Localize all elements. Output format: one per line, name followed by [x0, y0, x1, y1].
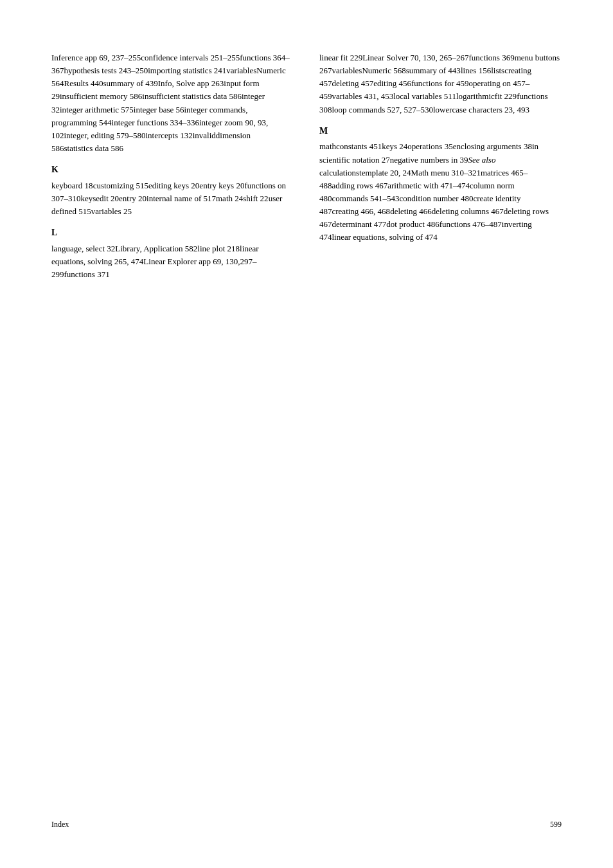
index-main-term: loop commands 527, 527–530 — [332, 105, 433, 114]
index-main-term: integer base 56 — [134, 105, 184, 114]
index-sub-term: internal name of 517 — [147, 194, 216, 203]
index-sub-sub-term: enclosing arguments 38 — [453, 141, 532, 151]
index-sub-term: editing 456 — [373, 78, 411, 88]
index-sub-term: statistics data 586 — [64, 143, 123, 153]
index-main-term: integer arithmetic 575 — [60, 105, 134, 114]
index-main-term: Library, Application 582 — [115, 244, 197, 253]
right-column: linear fit 229Linear Solver 70, 130, 265… — [319, 51, 562, 804]
index-main-term: lists — [491, 66, 504, 75]
index-main-term: Inference app 69, 237–255 — [51, 53, 141, 62]
index-main-term: math — [319, 141, 336, 151]
index-main-term: insufficient statistics data 586 — [142, 91, 242, 101]
index-main-term: insufficient memory 586 — [60, 91, 142, 101]
index-sub-term: variables 25 — [91, 206, 132, 216]
index-sub-term: template 20, 24 — [359, 168, 411, 177]
left-column: Inference app 69, 237–255confidence inte… — [51, 51, 294, 804]
index-main-term: invalid — [193, 131, 216, 140]
index-main-term: linear fit 229 — [319, 53, 362, 62]
index-sub-term: determinant 477 — [332, 219, 387, 229]
footer-left: Index — [51, 820, 69, 829]
index-sub-term: arithmetic with 471–474 — [387, 181, 470, 190]
index-sub-term: functions 369 — [469, 53, 515, 62]
index-main-term: keys — [81, 194, 96, 203]
index-sub-sub-term: Numeric 568 — [362, 66, 405, 75]
index-main-term: lines 156 — [461, 66, 491, 75]
content-area: Inference app 69, 237–255confidence inte… — [51, 51, 562, 804]
index-main-term: logarithmic — [456, 91, 495, 101]
index-sub-sub-term: summary of 443 — [406, 66, 461, 75]
index-sub-term: functions 371 — [64, 269, 110, 279]
index-sub-sub-term: summary of 439 — [103, 78, 158, 88]
index-sub-term: creating 466, 468 — [332, 206, 391, 216]
index-main-term: integer functions 334–336 — [112, 118, 199, 127]
index-sub-term: deleting 466 — [390, 206, 432, 216]
index-sub-term: functions 476–487 — [440, 219, 502, 229]
index-main-term: Linear Explorer app 69, 130, — [143, 257, 240, 266]
index-main-term: line plot 218 — [197, 244, 240, 253]
index-sub-term: dot product 486 — [386, 219, 439, 229]
index-sub-term: deleting columns 467 — [432, 206, 504, 216]
index-sub-sub-term: negative numbers in 39 — [390, 155, 468, 165]
index-sub-term: adding rows 467 — [332, 181, 388, 190]
section-header: K — [51, 163, 294, 177]
index-main-term: Math menu 310–321 — [411, 168, 481, 177]
index-main-term: local variables 511 — [393, 91, 456, 101]
index-sub-term: customizing 515 — [93, 181, 148, 190]
index-main-term: Info, Solve app 263 — [158, 78, 224, 88]
index-sub-term: importing statistics 241 — [148, 66, 226, 75]
index-main-term: keyboard 18 — [51, 181, 93, 190]
index-main-term: language, select 32 — [51, 244, 115, 253]
index-sub-term: edit 20 — [96, 194, 119, 203]
footer-right: 599 — [550, 820, 562, 829]
index-sub-term: variables — [332, 66, 362, 75]
index-sub-term: keys 24 — [382, 141, 407, 151]
index-sub-term: entry keys 20 — [199, 181, 244, 190]
index-sub-term: entry 20 — [119, 194, 147, 203]
index-sub-term: operations 35 — [407, 141, 452, 151]
footer: Index 599 — [51, 817, 562, 829]
index-sub-term: deleting 457 — [332, 78, 374, 88]
index-main-term: lowercase characters 23, 493 — [433, 105, 529, 114]
index-sub-term: linear equations, solving of 474 — [332, 232, 438, 242]
index-sub-term: fit 229 — [495, 91, 517, 101]
index-main-term: Linear Solver 70, 130, 265–267 — [362, 53, 468, 62]
index-main-term: intercepts 132 — [145, 131, 192, 140]
index-sub-sub-term: Results 440 — [64, 78, 103, 88]
index-sub-term: functions for 459 — [411, 78, 469, 88]
index-sub-term: constants 451 — [336, 141, 382, 151]
section-header: L — [51, 226, 294, 240]
section-header: M — [319, 124, 562, 138]
index-main-term: integer, editing 579–580 — [64, 131, 146, 140]
index-sub-term: condition number 480 — [400, 194, 474, 203]
index-sub-term: confidence intervals 251–255 — [141, 53, 240, 62]
index-sub-term: hypothesis tests 243–250 — [64, 66, 148, 75]
index-sub-term: shift 22 — [243, 194, 268, 203]
index-sub-term: editing keys 20 — [148, 181, 199, 190]
index-sub-term: variables — [226, 66, 256, 75]
index-sub-term: math 24 — [216, 194, 243, 203]
index-sub-term: commands 541–543 — [332, 194, 400, 203]
page: Inference app 69, 237–255confidence inte… — [0, 0, 613, 868]
index-sub-term: variables 431, 453 — [332, 91, 394, 101]
